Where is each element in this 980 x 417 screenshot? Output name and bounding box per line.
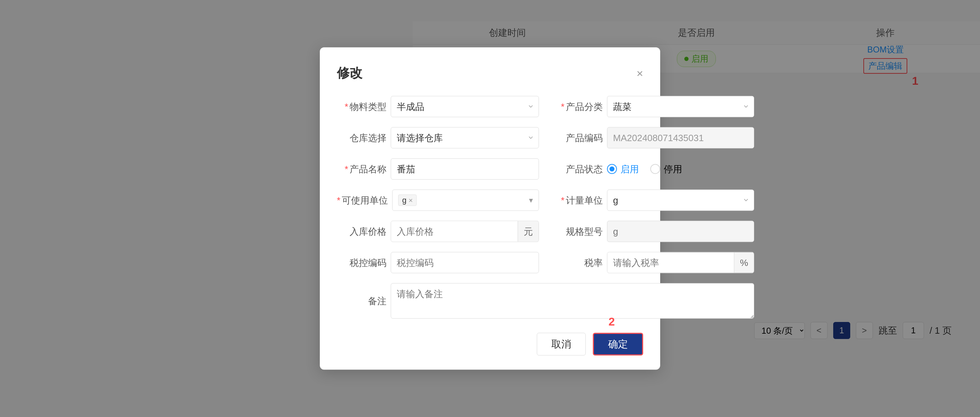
tag-select-arrow-icon: ▾: [529, 196, 533, 205]
modal-footer: 取消 确定: [337, 333, 643, 356]
measure-unit-label: *计量单位: [553, 194, 603, 206]
modal-title: 修改: [337, 65, 362, 82]
product-category-select-wrapper: 蔬菜: [607, 96, 754, 117]
required-mark: *: [561, 101, 565, 112]
product-code-label: 产品编码: [553, 132, 603, 144]
remark-label: 备注: [337, 294, 387, 307]
warehouse-label: 仓库选择: [337, 132, 387, 144]
product-category-field: *产品分类 蔬菜: [553, 96, 754, 117]
material-type-select[interactable]: 半成品: [391, 96, 539, 117]
entry-price-label: 入库价格: [337, 225, 387, 237]
required-mark: *: [345, 164, 348, 174]
status-enabled-radio[interactable]: 启用: [607, 163, 639, 175]
tax-rate-label: 税率: [553, 256, 603, 269]
measure-unit-select-wrapper: g: [607, 190, 754, 211]
tax-code-label: 税控编码: [337, 256, 387, 269]
annotation-2: 2: [608, 315, 615, 328]
entry-price-input[interactable]: [391, 221, 518, 242]
tax-code-field: 税控编码: [337, 252, 539, 274]
measure-unit-field: *计量单位 g: [553, 190, 754, 211]
product-name-label: *产品名称: [337, 163, 387, 175]
spec-model-label: 规格型号: [553, 225, 603, 237]
required-mark: *: [337, 195, 340, 205]
tax-rate-input[interactable]: [607, 253, 734, 273]
modal-header: 修改 ×: [337, 65, 643, 82]
modal-footer-wrapper: 2 取消 确定: [337, 333, 643, 356]
material-type-label: *物料类型: [337, 100, 387, 113]
status-enabled-label: 启用: [620, 163, 639, 175]
radio-inner-enabled: [609, 167, 614, 172]
warehouse-select[interactable]: 请选择仓库: [391, 127, 539, 148]
spec-model-input[interactable]: [607, 221, 754, 242]
usable-unit-field: *可使用单位 g × ▾: [337, 190, 539, 211]
spec-model-field: 规格型号: [553, 221, 754, 242]
product-status-radio-group: 启用 停用: [607, 159, 754, 180]
required-mark: *: [345, 101, 348, 112]
usable-unit-label: *可使用单位: [337, 194, 388, 206]
tax-rate-input-wrapper: %: [607, 252, 754, 274]
radio-circle-disabled: [650, 164, 660, 174]
edit-modal: 修改 × *物料类型 半成品 *产品分类 蔬菜: [320, 48, 660, 370]
usable-unit-tag-select[interactable]: g × ▾: [392, 190, 539, 211]
modal-close-button[interactable]: ×: [636, 67, 643, 79]
material-type-field: *物料类型 半成品: [337, 96, 539, 117]
warehouse-field: 仓库选择 请选择仓库: [337, 127, 539, 148]
form-grid: *物料类型 半成品 *产品分类 蔬菜 仓库选择: [337, 96, 643, 319]
tax-rate-suffix: %: [734, 253, 754, 273]
entry-price-field: 入库价格 元: [337, 221, 539, 242]
product-code-field: 产品编码: [553, 127, 754, 148]
usable-unit-tag: g ×: [398, 195, 417, 206]
status-disabled-label: 停用: [664, 163, 682, 175]
product-code-input[interactable]: [607, 127, 754, 148]
cancel-button[interactable]: 取消: [537, 333, 586, 356]
product-category-label: *产品分类: [553, 100, 603, 113]
usable-unit-tag-close[interactable]: ×: [409, 196, 413, 204]
product-status-label: 产品状态: [553, 163, 603, 175]
warehouse-select-wrapper: 请选择仓库: [391, 127, 539, 148]
product-category-select[interactable]: 蔬菜: [607, 96, 754, 117]
entry-price-suffix: 元: [518, 221, 539, 242]
remark-field: 备注: [337, 283, 754, 319]
product-name-field: *产品名称: [337, 159, 539, 180]
confirm-button[interactable]: 确定: [593, 333, 643, 356]
remark-textarea[interactable]: [391, 283, 754, 319]
measure-unit-select[interactable]: g: [607, 190, 754, 211]
required-mark: *: [561, 195, 565, 205]
product-status-field: 产品状态 启用 停用: [553, 159, 754, 180]
material-type-select-wrapper: 半成品: [391, 96, 539, 117]
radio-circle-enabled: [607, 164, 617, 174]
tax-rate-field: 税率 %: [553, 252, 754, 274]
tax-code-input[interactable]: [391, 252, 539, 274]
product-name-input[interactable]: [391, 159, 539, 180]
entry-price-input-wrapper: 元: [391, 221, 539, 242]
status-disabled-radio[interactable]: 停用: [650, 163, 682, 175]
